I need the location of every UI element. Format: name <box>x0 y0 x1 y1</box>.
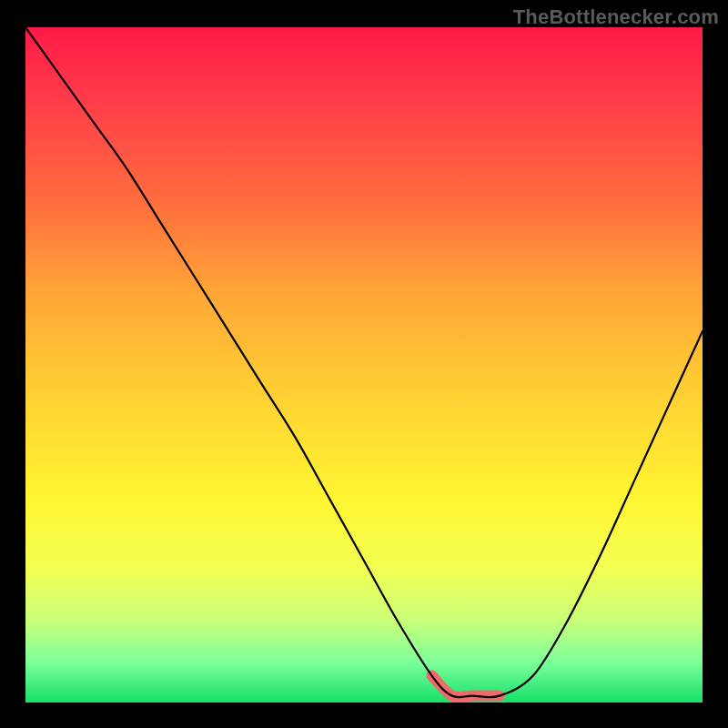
chart-frame: TheBottlenecker.com <box>0 0 728 728</box>
plot-area <box>25 27 703 703</box>
highlight-segment <box>431 675 499 697</box>
bottleneck-curve <box>25 27 703 703</box>
watermark-text: TheBottlenecker.com <box>513 5 719 29</box>
curve-line <box>25 27 703 697</box>
